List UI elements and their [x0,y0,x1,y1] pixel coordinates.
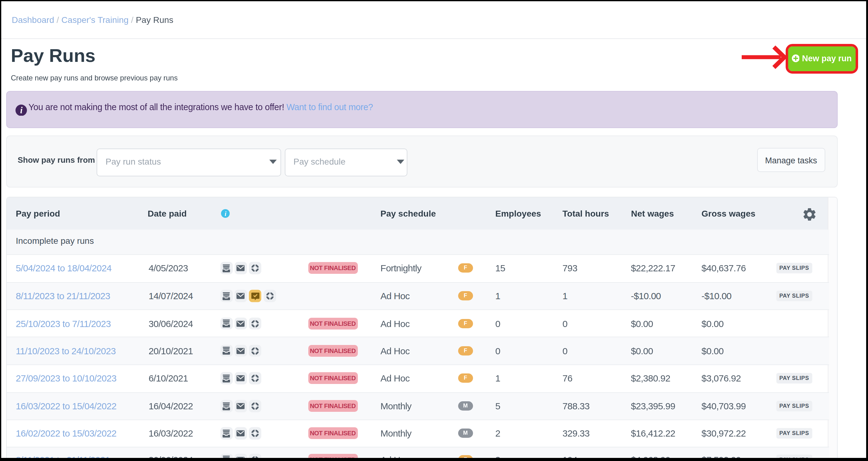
svg-text:i: i [20,105,23,115]
svg-text:i: i [224,210,226,217]
